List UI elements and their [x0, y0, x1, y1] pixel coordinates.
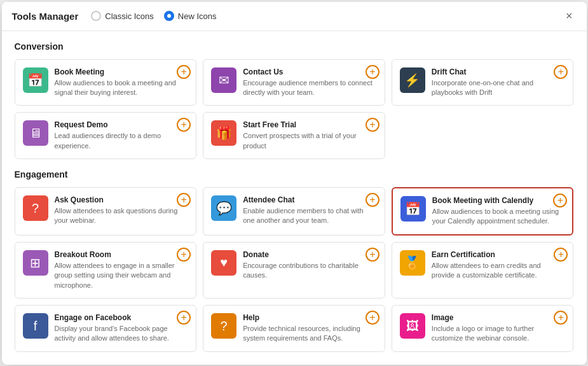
drift-chat-desc: Incorporate one-on-one chat and playbook…: [432, 78, 566, 98]
breakout-content: Breakout RoomAllow attendees to engage i…: [55, 250, 189, 290]
card-attendee-chat: 💬Attendee ChatEnable audience members to…: [203, 187, 385, 236]
request-demo-icon: 🖥: [23, 120, 48, 146]
drift-chat-icon: ⚡: [400, 67, 425, 93]
book-meeting-icon: 📅: [23, 67, 48, 93]
request-demo-content: Request DemoLead audiences directly to a…: [55, 120, 189, 151]
attendee-chat-add-button[interactable]: +: [366, 193, 379, 207]
drift-chat-add-button[interactable]: +: [554, 65, 568, 79]
section-title-conversion: Conversion: [15, 41, 574, 52]
earn-cert-title: Earn Certification: [432, 250, 566, 259]
card-book-calendly: 📅Book Meeting with CalendlyAllow audienc…: [392, 187, 574, 236]
attendee-chat-icon: 💬: [211, 195, 236, 221]
modal-header: Tools Manager Classic Icons New Icons ×: [2, 2, 587, 31]
book-calendly-add-button[interactable]: +: [553, 194, 567, 208]
earn-cert-content: Earn CertificationAllow attendees to ear…: [432, 250, 566, 281]
earn-cert-icon: 🏅: [400, 250, 425, 276]
help-title: Help: [243, 313, 377, 322]
facebook-add-button[interactable]: +: [177, 311, 191, 325]
book-calendly-title: Book Meeting with Calendly: [432, 196, 565, 205]
contact-us-content: Contact UsEncourage audience members to …: [243, 67, 377, 98]
ask-question-desc: Allow attendees to ask questions during …: [55, 206, 189, 226]
facebook-content: Engage on FacebookDisplay your brand's F…: [55, 313, 189, 344]
start-free-title: Start Free Trial: [243, 120, 377, 129]
donate-icon: ♥: [211, 250, 236, 276]
card-contact-us: ✉Contact UsEncourage audience members to…: [203, 59, 385, 106]
help-add-button[interactable]: +: [366, 311, 379, 325]
section-engagement: Engagement?Ask QuestionAllow attendees t…: [15, 169, 574, 352]
attendee-chat-content: Attendee ChatEnable audience members to …: [243, 195, 377, 226]
donate-add-button[interactable]: +: [366, 248, 379, 262]
help-desc: Provide technical resources, including s…: [243, 324, 377, 344]
card-breakout: ⊞Breakout RoomAllow attendees to engage …: [15, 242, 197, 299]
ask-question-title: Ask Question: [55, 195, 189, 204]
modal-body: Conversion📅Book MeetingAllow audiences t…: [2, 31, 587, 365]
card-earn-cert: 🏅Earn CertificationAllow attendees to ea…: [392, 242, 574, 299]
image-icon: 🖼: [400, 313, 425, 339]
icon-style-radio-group: Classic Icons New Icons: [91, 11, 562, 21]
card-donate: ♥DonateEncourage contributions to charit…: [203, 242, 385, 299]
request-demo-desc: Lead audiences directly to a demo experi…: [55, 131, 189, 151]
earn-cert-add-button[interactable]: +: [554, 248, 568, 262]
breakout-add-button[interactable]: +: [177, 248, 191, 262]
new-icons-label: New Icons: [178, 11, 217, 21]
cards-grid-engagement: ?Ask QuestionAllow attendees to ask ques…: [15, 187, 574, 352]
donate-content: DonateEncourage contributions to charita…: [243, 250, 377, 281]
contact-us-icon: ✉: [211, 67, 236, 93]
start-free-add-button[interactable]: +: [366, 118, 379, 132]
modal-title: Tools Manager: [12, 11, 79, 22]
earn-cert-desc: Allow attendees to earn credits and prov…: [432, 261, 566, 281]
facebook-title: Engage on Facebook: [55, 313, 189, 322]
book-meeting-content: Book MeetingAllow audiences to book a me…: [55, 67, 189, 98]
request-demo-add-button[interactable]: +: [177, 118, 191, 132]
breakout-desc: Allow attendees to engage in a smaller g…: [55, 261, 189, 290]
cards-grid-conversion: 📅Book MeetingAllow audiences to book a m…: [15, 59, 574, 160]
start-free-content: Start Free TrialConvert prospects with a…: [243, 120, 377, 151]
image-title: Image: [432, 313, 566, 322]
book-meeting-add-button[interactable]: +: [177, 65, 191, 79]
new-icons-option[interactable]: New Icons: [164, 11, 217, 21]
breakout-title: Breakout Room: [55, 250, 189, 259]
image-add-button[interactable]: +: [554, 311, 568, 325]
donate-desc: Encourage contributions to charitable ca…: [243, 261, 377, 281]
image-content: ImageInclude a logo or image to further …: [432, 313, 566, 344]
attendee-chat-title: Attendee Chat: [243, 195, 377, 204]
new-icons-radio[interactable]: [164, 11, 174, 21]
facebook-icon: f: [23, 313, 48, 339]
facebook-desc: Display your brand's Facebook page activ…: [55, 324, 189, 344]
help-content: HelpProvide technical resources, includi…: [243, 313, 377, 344]
ask-question-icon: ?: [23, 195, 48, 221]
book-meeting-title: Book Meeting: [55, 67, 189, 76]
contact-us-desc: Encourage audience members to connect di…: [243, 78, 377, 98]
contact-us-title: Contact Us: [243, 67, 377, 76]
card-help: ?HelpProvide technical resources, includ…: [203, 305, 385, 352]
book-calendly-desc: Allow audiences to book a meeting using …: [432, 207, 565, 227]
classic-icons-label: Classic Icons: [105, 11, 154, 21]
card-request-demo: 🖥Request DemoLead audiences directly to …: [15, 112, 197, 159]
card-image: 🖼ImageInclude a logo or image to further…: [392, 305, 574, 352]
start-free-icon: 🎁: [211, 120, 236, 146]
card-ask-question: ?Ask QuestionAllow attendees to ask ques…: [15, 187, 197, 236]
drift-chat-title: Drift Chat: [432, 67, 566, 76]
ask-question-content: Ask QuestionAllow attendees to ask quest…: [55, 195, 189, 226]
card-facebook: fEngage on FacebookDisplay your brand's …: [15, 305, 197, 352]
section-title-engagement: Engagement: [15, 169, 574, 179]
drift-chat-content: Drift ChatIncorporate one-on-one chat an…: [432, 67, 566, 98]
attendee-chat-desc: Enable audience members to chat with one…: [243, 206, 377, 226]
start-free-desc: Convert prospects with a trial of your p…: [243, 131, 377, 151]
book-calendly-icon: 📅: [400, 196, 426, 222]
donate-title: Donate: [243, 250, 377, 259]
book-calendly-content: Book Meeting with CalendlyAllow audience…: [432, 196, 565, 227]
card-start-free: 🎁Start Free TrialConvert prospects with …: [203, 112, 385, 159]
ask-question-add-button[interactable]: +: [177, 193, 191, 207]
section-conversion: Conversion📅Book MeetingAllow audiences t…: [15, 41, 574, 160]
close-button[interactable]: ×: [562, 8, 577, 24]
card-book-meeting: 📅Book MeetingAllow audiences to book a m…: [15, 59, 197, 106]
contact-us-add-button[interactable]: +: [366, 65, 379, 79]
image-desc: Include a logo or image to further custo…: [432, 324, 566, 344]
breakout-icon: ⊞: [23, 250, 48, 276]
request-demo-title: Request Demo: [55, 120, 189, 129]
book-meeting-desc: Allow audiences to book a meeting and si…: [55, 78, 189, 98]
classic-icons-option[interactable]: Classic Icons: [91, 11, 154, 21]
help-icon: ?: [211, 313, 236, 339]
classic-icons-radio[interactable]: [91, 11, 101, 21]
